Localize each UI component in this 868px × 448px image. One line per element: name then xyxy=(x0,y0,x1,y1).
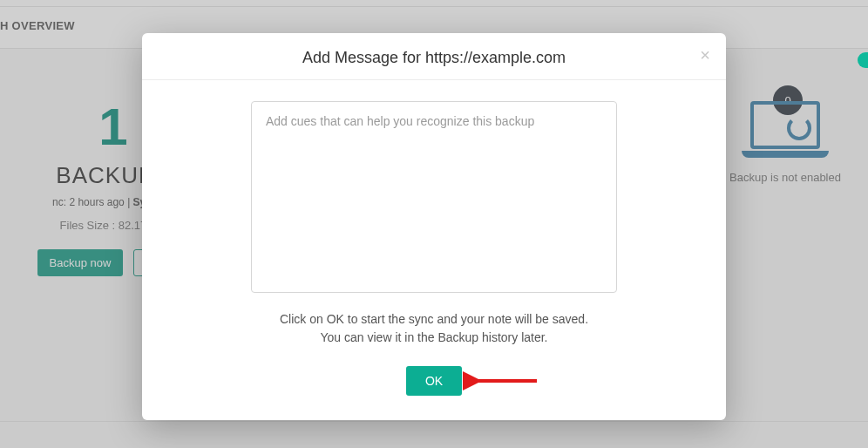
ok-button[interactable]: OK xyxy=(406,366,462,396)
help-bubble-icon[interactable] xyxy=(858,52,868,68)
close-icon[interactable]: × xyxy=(700,45,710,65)
help-line-2: You can view it in the Backup history la… xyxy=(321,330,548,344)
backup-note-textarea[interactable] xyxy=(251,101,617,293)
help-line-1: Click on OK to start the sync and your n… xyxy=(280,312,588,326)
modal-help-text: Click on OK to start the sync and your n… xyxy=(177,310,691,347)
modal-title: Add Message for https://example.com xyxy=(163,49,705,67)
add-message-modal: Add Message for https://example.com × Cl… xyxy=(142,33,726,420)
annotation-arrow-icon xyxy=(463,370,541,391)
